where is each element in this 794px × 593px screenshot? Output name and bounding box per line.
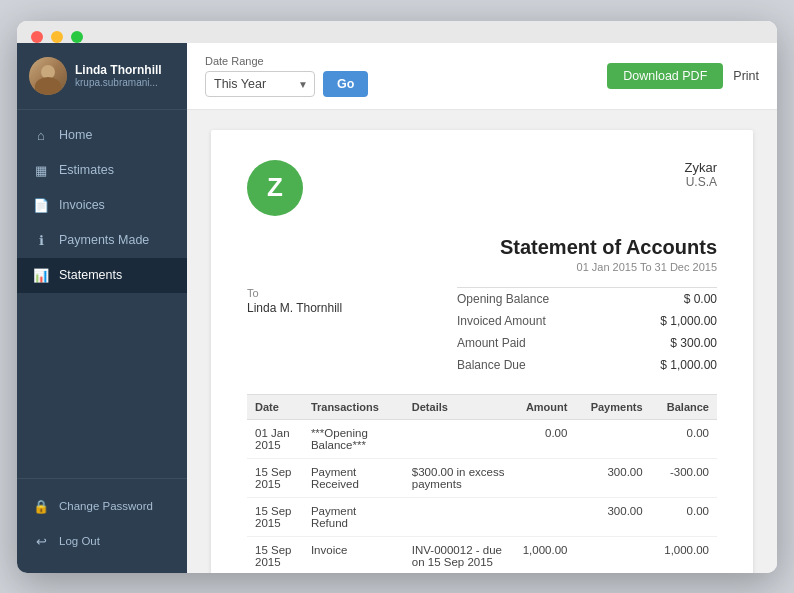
table-row: 01 Jan 2015 ***Opening Balance*** 0.00 0… [247, 419, 717, 458]
cell-payments: 300.00 [575, 458, 650, 497]
payments-made-icon: ℹ [33, 233, 49, 248]
date-range-label: Date Range [205, 55, 368, 67]
invoices-icon: 📄 [33, 198, 49, 213]
date-range-select[interactable]: This Year Last Year Custom [205, 71, 315, 97]
user-name: Linda Thornhill [75, 63, 175, 77]
doc-summary: To Linda M. Thornhill Opening Balance $ … [247, 287, 717, 376]
sidebar-item-log-out[interactable]: ↩ Log Out [17, 524, 187, 559]
balance-due-value: $ 1,000.00 [660, 358, 717, 372]
sidebar-bottom: 🔒 Change Password ↩ Log Out [17, 478, 187, 573]
cell-balance: 0.00 [651, 497, 717, 536]
table-row: 15 Sep 2015 Payment Received $300.00 in … [247, 458, 717, 497]
cell-details: INV-000012 - due on 15 Sep 2015 [404, 536, 515, 573]
document-area: Z Zykar U.S.A Statement of Accounts 01 J… [187, 110, 777, 573]
sidebar-item-payments-made-label: Payments Made [59, 233, 149, 247]
sidebar-nav: ⌂ Home ▦ Estimates 📄 Invoices ℹ Payments… [17, 110, 187, 478]
toolbar-right: Download PDF Print [607, 63, 759, 89]
browser-dot-minimize[interactable] [51, 31, 63, 43]
cell-amount [515, 458, 576, 497]
transactions-table: Date Transactions Details Amount Payment… [247, 394, 717, 573]
estimates-icon: ▦ [33, 163, 49, 178]
cell-amount: 0.00 [515, 419, 576, 458]
company-info: Zykar U.S.A [685, 160, 718, 189]
print-button[interactable]: Print [733, 69, 759, 83]
sidebar-item-home[interactable]: ⌂ Home [17, 118, 187, 153]
cell-amount: 1,000.00 [515, 536, 576, 573]
balance-row-invoiced: Invoiced Amount $ 1,000.00 [457, 310, 717, 332]
col-header-details: Details [404, 394, 515, 419]
cell-amount [515, 497, 576, 536]
sidebar-item-change-password-label: Change Password [59, 500, 153, 512]
cell-transaction: Payment Received [303, 458, 404, 497]
sidebar-item-statements[interactable]: 📊 Statements [17, 258, 187, 293]
cell-transaction: Invoice [303, 536, 404, 573]
sidebar-item-invoices[interactable]: 📄 Invoices [17, 188, 187, 223]
doc-date-range: 01 Jan 2015 To 31 Dec 2015 [247, 261, 717, 273]
col-header-payments: Payments [575, 394, 650, 419]
cell-date: 15 Sep 2015 [247, 458, 303, 497]
main-toolbar: Date Range This Year Last Year Custom ▼ [187, 43, 777, 110]
col-header-transactions: Transactions [303, 394, 404, 419]
table-row: 15 Sep 2015 Invoice INV-000012 - due on … [247, 536, 717, 573]
opening-balance-value: $ 0.00 [684, 292, 717, 306]
browser-chrome [17, 21, 777, 43]
browser-dot-close[interactable] [31, 31, 43, 43]
company-logo: Z [247, 160, 303, 216]
sidebar-item-log-out-label: Log Out [59, 535, 100, 547]
doc-to-label: To [247, 287, 342, 299]
doc-title-section: Statement of Accounts 01 Jan 2015 To 31 … [247, 236, 717, 273]
sidebar-item-home-label: Home [59, 128, 92, 142]
company-name: Zykar [685, 160, 718, 175]
cell-payments: 300.00 [575, 497, 650, 536]
cell-payments [575, 419, 650, 458]
download-pdf-button[interactable]: Download PDF [607, 63, 723, 89]
doc-to-name: Linda M. Thornhill [247, 301, 342, 315]
sidebar-item-estimates-label: Estimates [59, 163, 114, 177]
cell-date: 01 Jan 2015 [247, 419, 303, 458]
main-content: Date Range This Year Last Year Custom ▼ [187, 43, 777, 573]
balance-due-label: Balance Due [457, 358, 526, 372]
invoiced-amount-label: Invoiced Amount [457, 314, 546, 328]
logout-icon: ↩ [33, 534, 49, 549]
sidebar-item-payments-made[interactable]: ℹ Payments Made [17, 223, 187, 258]
sidebar-item-estimates[interactable]: ▦ Estimates [17, 153, 187, 188]
lock-icon: 🔒 [33, 499, 49, 514]
browser-window: Linda Thornhill krupa.subramani... ⌂ Hom… [17, 21, 777, 573]
invoiced-amount-value: $ 1,000.00 [660, 314, 717, 328]
table-row: 15 Sep 2015 Payment Refund 300.00 0.00 [247, 497, 717, 536]
sidebar: Linda Thornhill krupa.subramani... ⌂ Hom… [17, 43, 187, 573]
avatar-image [29, 57, 67, 95]
browser-dot-maximize[interactable] [71, 31, 83, 43]
doc-header: Z Zykar U.S.A [247, 160, 717, 216]
cell-transaction: Payment Refund [303, 497, 404, 536]
col-header-amount: Amount [515, 394, 576, 419]
browser-body: Linda Thornhill krupa.subramani... ⌂ Hom… [17, 43, 777, 573]
toolbar-date-range-section: Date Range This Year Last Year Custom ▼ [205, 55, 368, 97]
doc-balances: Opening Balance $ 0.00 Invoiced Amount $… [457, 287, 717, 376]
company-country: U.S.A [685, 175, 718, 189]
cell-balance: 1,000.00 [651, 536, 717, 573]
avatar [29, 57, 67, 95]
col-header-date: Date [247, 394, 303, 419]
balance-row-paid: Amount Paid $ 300.00 [457, 332, 717, 354]
sidebar-item-statements-label: Statements [59, 268, 122, 282]
balance-row-opening: Opening Balance $ 0.00 [457, 288, 717, 310]
doc-to-section: To Linda M. Thornhill [247, 287, 342, 315]
cell-transaction: ***Opening Balance*** [303, 419, 404, 458]
doc-title: Statement of Accounts [247, 236, 717, 259]
cell-details [404, 419, 515, 458]
amount-paid-value: $ 300.00 [670, 336, 717, 350]
user-email: krupa.subramani... [75, 77, 175, 88]
sidebar-item-change-password[interactable]: 🔒 Change Password [17, 489, 187, 524]
sidebar-item-invoices-label: Invoices [59, 198, 105, 212]
cell-date: 15 Sep 2015 [247, 536, 303, 573]
cell-balance: 0.00 [651, 419, 717, 458]
amount-paid-label: Amount Paid [457, 336, 526, 350]
cell-balance: -300.00 [651, 458, 717, 497]
cell-details: $300.00 in excess payments [404, 458, 515, 497]
go-button[interactable]: Go [323, 71, 368, 97]
statements-icon: 📊 [33, 268, 49, 283]
home-icon: ⌂ [33, 128, 49, 143]
date-range-wrapper: This Year Last Year Custom ▼ [205, 71, 315, 97]
toolbar-left: Date Range This Year Last Year Custom ▼ [205, 55, 368, 97]
